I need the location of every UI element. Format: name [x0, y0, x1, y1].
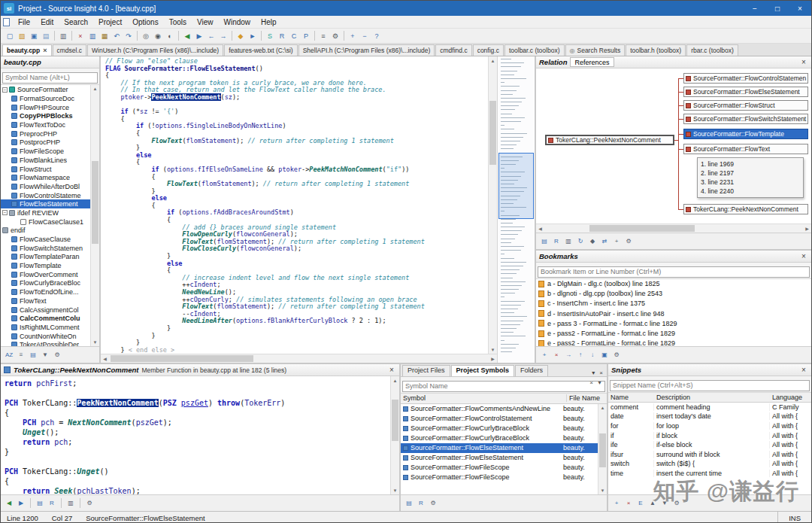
scrollbar-track[interactable]	[391, 385, 399, 486]
bookmark-icon[interactable]: ◆	[235, 30, 247, 42]
symbol-tree-item[interactable]: PreprocPHP	[1, 129, 90, 138]
file-save-icon[interactable]: ▣	[28, 30, 40, 42]
browse-back-icon[interactable]: ◀	[181, 30, 193, 42]
lock-icon[interactable]: ◆	[587, 236, 598, 247]
symbol-list-item[interactable]: SourceFormatter::FlowElseStatementbeauty…	[401, 453, 598, 463]
go-back-icon[interactable]: ◀	[4, 498, 14, 509]
project-window-icon[interactable]: P	[300, 30, 312, 42]
close-icon[interactable]: ×	[43, 47, 47, 54]
snippet-name-input[interactable]	[610, 380, 810, 391]
scrollbar-track[interactable]	[489, 65, 497, 345]
save-bookmarks-icon[interactable]: ▣	[599, 350, 610, 360]
copy-icon[interactable]: ▥	[86, 30, 98, 42]
close-icon[interactable]: ×	[597, 369, 605, 376]
scroll-up-icon[interactable]: ▲	[391, 376, 399, 385]
bookmark-item[interactable]: a - DlgMain - dlg.c (toolbox) line 1825	[536, 279, 811, 289]
cut-icon[interactable]: ×	[74, 30, 86, 42]
file-tab[interactable]: toolbar.h (toolbox)	[626, 44, 686, 56]
replace-icon[interactable]: ◐	[164, 30, 176, 42]
view-reference-icon[interactable]: R	[551, 236, 562, 247]
symbol-tree-item[interactable]: FormatSourceDoc	[1, 94, 90, 103]
relation-node[interactable]: SourceFormatter::FlowStruct	[683, 100, 808, 111]
symbol-tree-item[interactable]: FlowSwitchStatemen	[1, 244, 90, 253]
maximize-button[interactable]: □	[766, 1, 789, 16]
snippet-item[interactable]: dateinsert today's dateAll with {	[608, 412, 811, 421]
close-icon[interactable]: ×	[387, 366, 396, 374]
file-tab[interactable]: WinUser.h (C:\Program Files (x86)\...inc…	[87, 44, 223, 56]
file-open-icon[interactable]: ▧	[16, 30, 28, 42]
column-name[interactable]: Name	[611, 394, 654, 401]
scroll-up-icon[interactable]: ▲	[598, 404, 607, 412]
menu-tools[interactable]: Tools	[164, 17, 192, 27]
next-bookmark-icon[interactable]: ↓	[587, 350, 598, 360]
context-window-icon[interactable]: C	[288, 30, 300, 42]
add-bookmark-icon[interactable]: +	[539, 350, 550, 360]
bookmark-item[interactable]: e - pass2 - FormatLine - format.c line 1…	[536, 328, 811, 338]
relation-node[interactable]: SourceFormatter::FlowTemplate	[683, 129, 808, 139]
delete-snippet-icon[interactable]: ×	[623, 498, 634, 509]
bookmark-item[interactable]: e - pass2 - FormatLine - format.c line 1…	[536, 339, 811, 346]
file-tab[interactable]: cmdsel.c	[53, 44, 87, 56]
bookmark-item[interactable]: b - dlgnoti - dlg.cpp (toolbox) line 254…	[536, 289, 811, 299]
minimize-button[interactable]: −	[744, 1, 766, 16]
file-tab[interactable]: beauty.cpp×	[2, 44, 52, 56]
symbol-tree-item[interactable]: CalcCommentColu	[1, 314, 90, 323]
dropdown-icon[interactable]: ▾	[589, 369, 597, 376]
symbol-list-item[interactable]: SourceFormatter::FlowControlStatementbea…	[401, 414, 598, 424]
zoom-in-icon[interactable]: +	[347, 30, 359, 42]
context-vscrollbar[interactable]: ▲ ▼	[390, 376, 399, 494]
file-tab[interactable]: toolbar.c (toolbox)	[504, 44, 565, 56]
properties-icon[interactable]: ⚙	[329, 30, 341, 42]
symbol-tree-item[interactable]: FlowText	[1, 296, 90, 306]
symbol-tree-item[interactable]: endif	[1, 227, 90, 236]
settings-icon[interactable]: ⚙	[623, 236, 634, 247]
symbol-list-item[interactable]: SourceFormatter::FlowFileScopebeauty.	[401, 473, 598, 482]
settings-icon[interactable]: ⚙	[428, 498, 438, 509]
print-icon[interactable]: ▥	[57, 30, 69, 42]
file-tab[interactable]: config.c	[473, 44, 504, 56]
bookmark-item[interactable]: c - InsertChm - insert.c line 1375	[536, 299, 811, 309]
column-description[interactable]: Description	[654, 394, 770, 401]
previous-bookmark-icon[interactable]: ↑	[575, 350, 586, 360]
scrollbar-thumb[interactable]	[92, 161, 98, 244]
history-forward-icon[interactable]: →	[217, 30, 229, 42]
symbol-list-item[interactable]: SourceFormatter::FlowCurlyBraceBlockbeau…	[401, 433, 598, 443]
scrollbar-track[interactable]	[91, 93, 99, 339]
symbol-tree-item[interactable]: FlowBlankLines	[1, 156, 90, 165]
settings-icon[interactable]: ⚙	[611, 350, 622, 360]
file-tab[interactable]: features-web.txt (C:\si)	[224, 44, 298, 56]
menu-project[interactable]: Project	[93, 17, 127, 27]
save-all-icon[interactable]: ▤	[40, 30, 52, 42]
scrollbar-track[interactable]	[598, 412, 607, 487]
go-forward-icon[interactable]: ▶	[16, 498, 26, 509]
dropdown-icon[interactable]: ▾	[595, 379, 604, 386]
scroll-right-icon[interactable]: ▶	[489, 356, 497, 361]
edit-snippet-icon[interactable]: E	[635, 498, 646, 509]
snippet-item[interactable]: ifif blockAll with {	[608, 430, 811, 440]
filter-icon[interactable]: ▼	[40, 350, 50, 360]
relation-node[interactable]: SourceFormatter::FlowSwitchStatement	[683, 114, 808, 124]
search-in-files-icon[interactable]: ◉	[152, 30, 164, 42]
symbol-tree-item[interactable]: PostprocPHP	[1, 138, 90, 147]
scroll-down-icon[interactable]: ▼	[489, 345, 497, 354]
refresh-icon[interactable]: ↻	[575, 236, 586, 247]
print-icon[interactable]: ▥	[563, 236, 574, 247]
editor-vscrollbar[interactable]: ▲ ▼	[488, 56, 497, 354]
scrollbar-thumb[interactable]	[599, 433, 606, 467]
symbol-tree-item[interactable]: FlowNamespace	[1, 173, 90, 182]
symbol-tree-item[interactable]: FlowControlStateme	[1, 191, 90, 200]
snippet-item[interactable]: ifsursurround with if blockAll with {	[608, 449, 811, 459]
tree-expander-icon[interactable]: −	[2, 87, 8, 93]
context-code[interactable]: return pchFirst; PCH TokerCLang::PeekNex…	[1, 376, 390, 494]
redo-icon[interactable]: ↷	[123, 30, 135, 42]
settings-icon[interactable]: ⚙	[84, 498, 95, 509]
menu-window[interactable]: Window	[219, 17, 256, 27]
menu-file[interactable]: File	[13, 17, 35, 27]
sort-position-icon[interactable]: ≡	[16, 350, 26, 360]
view-document-icon[interactable]: ▤	[35, 498, 45, 509]
tab-project-symbols[interactable]: Project Symbols	[451, 365, 515, 376]
symbol-tree-item[interactable]: FlowTemplate	[1, 261, 90, 270]
editor-hscrollbar[interactable]: ◀ ▶	[101, 354, 497, 363]
relation-node-source[interactable]: TokerCLang::PeekNextNonComment	[545, 135, 674, 145]
paste-icon[interactable]: ▦	[98, 30, 111, 42]
